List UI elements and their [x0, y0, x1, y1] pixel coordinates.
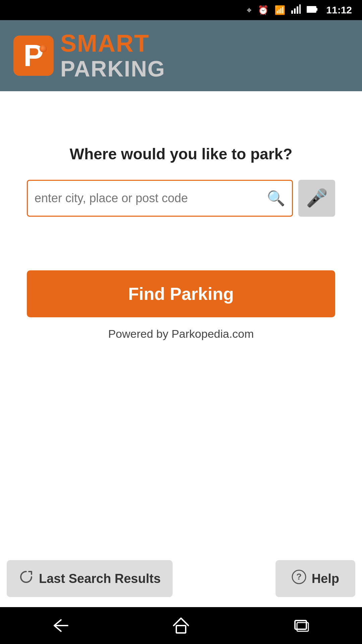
nav-home-button[interactable]	[172, 617, 190, 634]
svg-rect-4	[307, 6, 316, 12]
last-search-button[interactable]: Last Search Results	[7, 560, 173, 597]
search-row: 🔍 🎤	[27, 180, 335, 217]
search-input[interactable]	[35, 191, 267, 205]
search-input-wrapper[interactable]: 🔍	[27, 180, 293, 217]
signal-icon	[291, 4, 301, 16]
status-time: 11:12	[326, 4, 352, 16]
app-header: P SMART PARKING	[0, 20, 362, 91]
logo-text: SMART PARKING	[60, 30, 165, 81]
logo-parking: PARKING	[60, 57, 165, 81]
logo: P SMART PARKING	[13, 30, 165, 81]
search-prompt: Where would you like to park?	[70, 145, 293, 163]
svg-rect-1	[294, 8, 296, 14]
svg-rect-3	[299, 4, 301, 14]
logo-p-letter: P	[23, 41, 44, 71]
main-content: Where would you like to park? 🔍 🎤 Find P…	[0, 91, 362, 560]
svg-text:?: ?	[296, 572, 302, 582]
logo-p-dot	[40, 45, 47, 52]
svg-rect-9	[176, 626, 186, 633]
status-bar: ⌖ ⏰ 📶 11:12	[0, 0, 362, 20]
svg-rect-2	[297, 6, 298, 14]
help-circle-icon: ?	[292, 570, 306, 588]
svg-rect-0	[291, 10, 293, 14]
svg-rect-5	[316, 8, 317, 11]
logo-smart: SMART	[60, 30, 165, 57]
wifi-icon: 📶	[275, 5, 285, 15]
help-label: Help	[312, 572, 339, 586]
mic-button[interactable]: 🎤	[298, 180, 335, 217]
microphone-icon: 🎤	[306, 188, 328, 208]
nav-back-button[interactable]	[52, 619, 69, 633]
last-search-label: Last Search Results	[39, 572, 161, 586]
alarm-clock-icon: ⏰	[258, 5, 268, 15]
battery-icon	[307, 5, 317, 15]
powered-by-text: Powered by Parkopedia.com	[108, 327, 254, 340]
location-pin-icon: ⌖	[247, 5, 252, 15]
find-parking-button[interactable]: Find Parking	[27, 270, 335, 317]
history-icon	[19, 570, 34, 588]
nav-recents-button[interactable]	[293, 619, 310, 633]
android-nav-bar	[0, 607, 362, 644]
help-button[interactable]: ? Help	[276, 560, 355, 597]
logo-p-box: P	[13, 36, 54, 76]
bottom-buttons: Last Search Results ? Help	[0, 560, 362, 607]
search-magnifier-icon: 🔍	[267, 190, 285, 207]
